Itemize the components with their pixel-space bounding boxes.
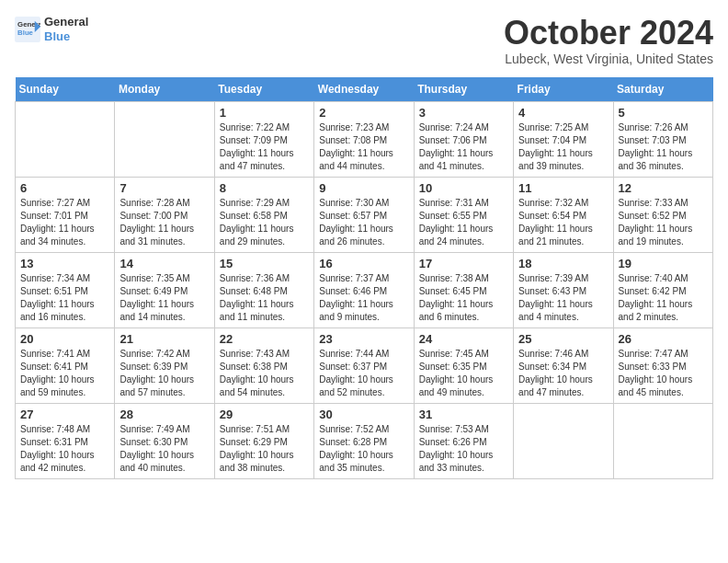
logo-text-blue: Blue (44, 29, 88, 44)
location-text: Lubeck, West Virginia, United States (504, 52, 713, 66)
day-info: Sunrise: 7:53 AMSunset: 6:26 PMDaylight:… (419, 423, 508, 475)
calendar-cell: 25Sunrise: 7:46 AMSunset: 6:34 PMDayligh… (514, 327, 613, 403)
day-info: Sunrise: 7:39 AMSunset: 6:43 PMDaylight:… (518, 272, 608, 324)
calendar-cell (115, 101, 214, 177)
weekday-header-tuesday: Tuesday (214, 77, 313, 102)
calendar-cell (514, 403, 613, 478)
week-row-5: 27Sunrise: 7:48 AMSunset: 6:31 PMDayligh… (16, 403, 713, 478)
day-info: Sunrise: 7:44 AMSunset: 6:37 PMDaylight:… (319, 348, 408, 399)
calendar-cell: 9Sunrise: 7:30 AMSunset: 6:57 PMDaylight… (314, 177, 414, 252)
day-number: 14 (119, 257, 209, 270)
day-info: Sunrise: 7:29 AMSunset: 6:58 PMDaylight:… (220, 197, 309, 248)
day-number: 18 (518, 257, 608, 270)
day-info: Sunrise: 7:30 AMSunset: 6:57 PMDaylight:… (319, 197, 408, 248)
day-info: Sunrise: 7:37 AMSunset: 6:46 PMDaylight:… (319, 272, 408, 324)
calendar-cell: 17Sunrise: 7:38 AMSunset: 6:45 PMDayligh… (414, 252, 513, 327)
day-number: 2 (319, 106, 408, 120)
day-info: Sunrise: 7:35 AMSunset: 6:49 PMDaylight:… (119, 272, 209, 324)
calendar-cell: 6Sunrise: 7:27 AMSunset: 7:01 PMDaylight… (16, 177, 115, 252)
calendar-cell: 30Sunrise: 7:52 AMSunset: 6:28 PMDayligh… (314, 403, 414, 478)
day-info: Sunrise: 7:23 AMSunset: 7:08 PMDaylight:… (319, 121, 408, 173)
day-number: 22 (220, 332, 309, 346)
day-number: 8 (220, 181, 309, 195)
calendar-cell (613, 403, 712, 478)
day-info: Sunrise: 7:24 AMSunset: 7:06 PMDaylight:… (419, 121, 508, 173)
month-title: October 2024 (504, 15, 713, 52)
calendar-cell (16, 101, 115, 177)
calendar-cell: 8Sunrise: 7:29 AMSunset: 6:58 PMDaylight… (214, 177, 313, 252)
week-row-2: 6Sunrise: 7:27 AMSunset: 7:01 PMDaylight… (16, 177, 713, 252)
day-number: 1 (220, 106, 309, 120)
day-info: Sunrise: 7:42 AMSunset: 6:39 PMDaylight:… (119, 348, 209, 399)
weekday-header-saturday: Saturday (613, 77, 712, 102)
day-info: Sunrise: 7:49 AMSunset: 6:30 PMDaylight:… (119, 423, 209, 475)
day-number: 16 (319, 257, 408, 270)
day-number: 10 (419, 181, 508, 195)
calendar-cell: 16Sunrise: 7:37 AMSunset: 6:46 PMDayligh… (314, 252, 414, 327)
day-number: 15 (220, 257, 309, 270)
week-row-1: 1Sunrise: 7:22 AMSunset: 7:09 PMDaylight… (16, 101, 713, 177)
weekday-header-thursday: Thursday (414, 77, 513, 102)
calendar-table: SundayMondayTuesdayWednesdayThursdayFrid… (15, 77, 713, 479)
calendar-cell: 24Sunrise: 7:45 AMSunset: 6:35 PMDayligh… (414, 327, 513, 403)
day-info: Sunrise: 7:51 AMSunset: 6:29 PMDaylight:… (220, 423, 309, 475)
calendar-cell: 7Sunrise: 7:28 AMSunset: 7:00 PMDaylight… (115, 177, 214, 252)
day-number: 3 (419, 106, 508, 120)
calendar-cell: 11Sunrise: 7:32 AMSunset: 6:54 PMDayligh… (514, 177, 613, 252)
day-number: 12 (619, 181, 708, 195)
calendar-cell: 29Sunrise: 7:51 AMSunset: 6:29 PMDayligh… (214, 403, 313, 478)
day-info: Sunrise: 7:52 AMSunset: 6:28 PMDaylight:… (319, 423, 408, 475)
day-info: Sunrise: 7:32 AMSunset: 6:54 PMDaylight:… (518, 197, 608, 248)
day-number: 26 (619, 332, 708, 346)
day-info: Sunrise: 7:33 AMSunset: 6:52 PMDaylight:… (619, 197, 708, 248)
day-number: 6 (20, 181, 109, 195)
calendar-cell: 3Sunrise: 7:24 AMSunset: 7:06 PMDaylight… (414, 101, 513, 177)
day-number: 30 (319, 408, 408, 421)
day-info: Sunrise: 7:25 AMSunset: 7:04 PMDaylight:… (518, 121, 608, 173)
week-row-3: 13Sunrise: 7:34 AMSunset: 6:51 PMDayligh… (16, 252, 713, 327)
logo-icon: General Blue (15, 17, 40, 42)
calendar-cell: 18Sunrise: 7:39 AMSunset: 6:43 PMDayligh… (514, 252, 613, 327)
day-info: Sunrise: 7:22 AMSunset: 7:09 PMDaylight:… (220, 121, 309, 173)
day-info: Sunrise: 7:34 AMSunset: 6:51 PMDaylight:… (20, 272, 109, 324)
svg-text:Blue: Blue (17, 29, 34, 37)
calendar-cell: 1Sunrise: 7:22 AMSunset: 7:09 PMDaylight… (214, 101, 313, 177)
weekday-header-wednesday: Wednesday (314, 77, 414, 102)
day-info: Sunrise: 7:45 AMSunset: 6:35 PMDaylight:… (419, 348, 508, 399)
day-number: 7 (119, 181, 209, 195)
day-number: 13 (20, 257, 109, 270)
calendar-cell: 5Sunrise: 7:26 AMSunset: 7:03 PMDaylight… (613, 101, 712, 177)
title-block: October 2024 Lubeck, West Virginia, Unit… (504, 15, 713, 66)
calendar-cell: 12Sunrise: 7:33 AMSunset: 6:52 PMDayligh… (613, 177, 712, 252)
calendar-cell: 21Sunrise: 7:42 AMSunset: 6:39 PMDayligh… (115, 327, 214, 403)
calendar-cell: 26Sunrise: 7:47 AMSunset: 6:33 PMDayligh… (613, 327, 712, 403)
day-info: Sunrise: 7:41 AMSunset: 6:41 PMDaylight:… (20, 348, 109, 399)
day-info: Sunrise: 7:28 AMSunset: 7:00 PMDaylight:… (119, 197, 209, 248)
day-info: Sunrise: 7:43 AMSunset: 6:38 PMDaylight:… (220, 348, 309, 399)
day-number: 4 (518, 106, 608, 120)
day-info: Sunrise: 7:48 AMSunset: 6:31 PMDaylight:… (20, 423, 109, 475)
day-number: 23 (319, 332, 408, 346)
day-info: Sunrise: 7:46 AMSunset: 6:34 PMDaylight:… (518, 348, 608, 399)
calendar-cell: 14Sunrise: 7:35 AMSunset: 6:49 PMDayligh… (115, 252, 214, 327)
calendar-cell: 10Sunrise: 7:31 AMSunset: 6:55 PMDayligh… (414, 177, 513, 252)
weekday-header-sunday: Sunday (16, 77, 115, 102)
day-number: 9 (319, 181, 408, 195)
day-number: 19 (619, 257, 708, 270)
day-info: Sunrise: 7:36 AMSunset: 6:48 PMDaylight:… (220, 272, 309, 324)
calendar-cell: 13Sunrise: 7:34 AMSunset: 6:51 PMDayligh… (16, 252, 115, 327)
day-info: Sunrise: 7:40 AMSunset: 6:42 PMDaylight:… (619, 272, 708, 324)
calendar-cell: 31Sunrise: 7:53 AMSunset: 6:26 PMDayligh… (414, 403, 513, 478)
logo: General Blue General Blue (15, 15, 88, 43)
day-number: 20 (20, 332, 109, 346)
day-info: Sunrise: 7:31 AMSunset: 6:55 PMDaylight:… (419, 197, 508, 248)
logo-text-general: General (44, 15, 88, 29)
day-number: 28 (119, 408, 209, 421)
calendar-cell: 4Sunrise: 7:25 AMSunset: 7:04 PMDaylight… (514, 101, 613, 177)
day-number: 27 (20, 408, 109, 421)
day-number: 21 (119, 332, 209, 346)
day-number: 5 (619, 106, 708, 120)
calendar-cell: 19Sunrise: 7:40 AMSunset: 6:42 PMDayligh… (613, 252, 712, 327)
week-row-4: 20Sunrise: 7:41 AMSunset: 6:41 PMDayligh… (16, 327, 713, 403)
day-number: 31 (419, 408, 508, 421)
